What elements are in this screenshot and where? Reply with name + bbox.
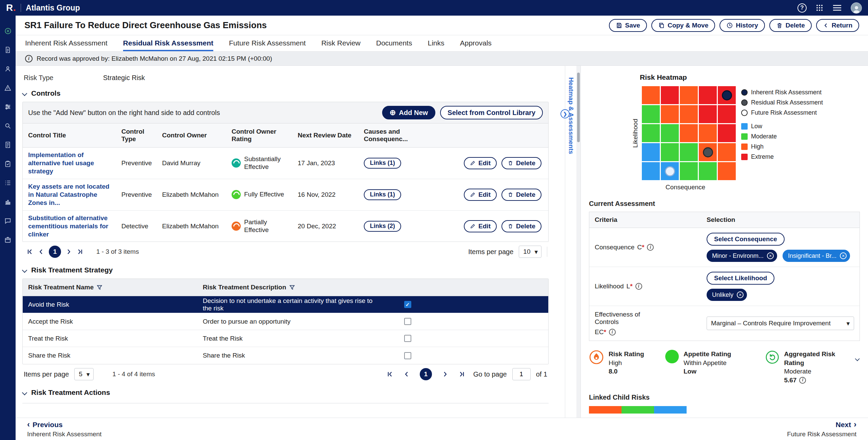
control-title-link[interactable]: Substitution of alternative cementitious… (23, 211, 116, 242)
info-icon[interactable]: i (609, 329, 616, 336)
heatmap-cell[interactable] (661, 124, 679, 142)
select-likelihood-button[interactable]: Select Likelihood (707, 272, 774, 285)
apps-grid-icon[interactable] (815, 4, 824, 12)
links-button[interactable]: Links (1) (364, 189, 401, 200)
document-icon[interactable] (1, 43, 15, 57)
risk-treatment-strategy-toggle[interactable]: Risk Treatment Strategy (22, 262, 549, 279)
tab-residual-risk-assessment[interactable]: Residual Risk Assessment (123, 35, 214, 51)
heatmap-cell[interactable] (680, 124, 698, 142)
scrollbar-thumb[interactable] (577, 73, 580, 142)
heatmap-cell[interactable] (699, 143, 717, 161)
page-number-button[interactable]: 1 (420, 368, 432, 380)
heatmap-cell[interactable] (661, 143, 679, 161)
heatmap-cell[interactable] (661, 105, 679, 123)
history-button[interactable]: History (719, 19, 765, 32)
heatmap-cell[interactable] (642, 105, 660, 123)
delete-button[interactable]: Delete (769, 19, 812, 32)
delete-row-button[interactable]: Delete (501, 220, 541, 232)
heatmap-cell[interactable] (718, 162, 736, 180)
heatmap-cell[interactable] (680, 162, 698, 180)
treatment-row[interactable]: Share the Risk Share the Risk (23, 347, 548, 364)
consequence-chip[interactable]: Minor - Environm... × (707, 250, 777, 262)
heatmap-cell[interactable] (661, 86, 679, 104)
controls-section-toggle[interactable]: Controls (22, 85, 549, 102)
delete-row-button[interactable]: Delete (501, 189, 541, 201)
help-icon[interactable]: ? (797, 3, 807, 13)
heatmap-cell[interactable] (661, 162, 679, 180)
info-icon[interactable]: i (799, 377, 806, 384)
page-number-button[interactable]: 1 (49, 246, 61, 258)
delete-row-button[interactable]: Delete (501, 157, 541, 169)
tab-links[interactable]: Links (428, 35, 444, 51)
control-title-link[interactable]: Key assets are not located in Natural Ca… (23, 179, 116, 210)
effectiveness-select[interactable]: Marginal – Controls Require Improvement … (707, 317, 854, 330)
consequence-chip[interactable]: Insignificant - Br... × (783, 250, 850, 262)
bar-chart-icon[interactable] (1, 195, 15, 209)
remove-chip-icon[interactable]: × (840, 252, 847, 259)
tab-approvals[interactable]: Approvals (460, 35, 491, 51)
remove-chip-icon[interactable]: × (767, 252, 774, 259)
previous-page-icon[interactable] (35, 246, 47, 257)
heatmap-cell[interactable] (718, 124, 736, 142)
next-page-icon[interactable] (439, 368, 451, 380)
previous-nav[interactable]: ‹Previous Inherent Risk Assessment (27, 420, 102, 438)
treatment-checkbox[interactable]: ✓ (404, 301, 411, 308)
sliders-icon[interactable] (1, 100, 15, 114)
chat-icon[interactable] (1, 214, 15, 228)
heatmap-cell[interactable] (680, 143, 698, 161)
goto-page-input[interactable] (512, 368, 531, 380)
treatment-row[interactable]: Accept the Risk Order to pursue an oppor… (23, 313, 548, 330)
remove-chip-icon[interactable]: × (737, 291, 744, 298)
heatmap-cell[interactable] (642, 86, 660, 104)
next-page-icon[interactable] (63, 246, 75, 257)
brand-logo[interactable]: R. (6, 2, 16, 13)
last-page-icon[interactable] (456, 368, 468, 380)
panel-collapse-icon[interactable]: ❯ (560, 109, 570, 118)
clipboard-check-icon[interactable] (1, 157, 15, 171)
next-nav[interactable]: Next› Future Risk Assessment (787, 420, 856, 438)
edit-button[interactable]: Edit (464, 189, 497, 201)
heatmap-cell[interactable] (680, 86, 698, 104)
tab-documents[interactable]: Documents (376, 35, 412, 51)
user-avatar[interactable] (851, 2, 862, 14)
heatmap-cell[interactable] (718, 143, 736, 161)
risk-treatment-actions-toggle[interactable]: Risk Treatment Actions (22, 384, 549, 401)
heatmap-cell[interactable] (718, 105, 736, 123)
likelihood-chip[interactable]: Unlikely × (707, 289, 747, 301)
return-button[interactable]: Return (816, 19, 859, 32)
select-from-control-library-button[interactable]: Select from Control Library (440, 106, 543, 119)
first-page-icon[interactable] (384, 368, 395, 380)
menu-icon[interactable] (832, 4, 842, 12)
warning-triangle-icon[interactable] (1, 81, 15, 95)
control-title-link[interactable]: Implementation of alternative fuel usage… (23, 148, 116, 179)
create-new-icon[interactable] (1, 24, 15, 38)
items-per-page-select[interactable]: 5▾ (74, 368, 93, 380)
heatmap-cell[interactable] (699, 86, 717, 104)
filter-icon[interactable] (97, 285, 102, 290)
main-scrollbar[interactable] (576, 66, 580, 418)
heatmap-cell[interactable] (680, 105, 698, 123)
task-list-icon[interactable] (1, 176, 15, 190)
treatment-checkbox[interactable] (404, 318, 411, 325)
archive-box-icon[interactable] (1, 233, 15, 247)
info-icon[interactable]: i (647, 244, 654, 251)
treatment-row[interactable]: Treat the Risk Treat the Risk (23, 330, 548, 347)
tab-future-risk-assessment[interactable]: Future Risk Assessment (229, 35, 305, 51)
edit-button[interactable]: Edit (464, 220, 497, 232)
tab-inherent-risk-assessment[interactable]: Inherent Risk Assessment (25, 35, 107, 51)
heatmap-cell[interactable] (699, 124, 717, 142)
heatmap-cell[interactable] (642, 143, 660, 161)
treatment-checkbox[interactable] (404, 335, 411, 342)
info-icon[interactable]: i (635, 283, 642, 290)
heatmap-cell[interactable] (699, 162, 717, 180)
last-page-icon[interactable] (75, 246, 86, 257)
links-button[interactable]: Links (2) (364, 221, 401, 232)
items-per-page-select[interactable]: 10▾ (519, 246, 541, 258)
links-button[interactable]: Links (1) (364, 158, 401, 169)
treatment-checkbox[interactable] (404, 352, 411, 359)
filter-icon[interactable] (290, 285, 295, 290)
add-new-button[interactable]: ⊕ Add New (382, 106, 435, 119)
chevron-down-icon[interactable] (855, 356, 860, 361)
copy-move-button[interactable]: Copy & Move (651, 19, 715, 32)
heatmap-cell[interactable] (642, 162, 660, 180)
